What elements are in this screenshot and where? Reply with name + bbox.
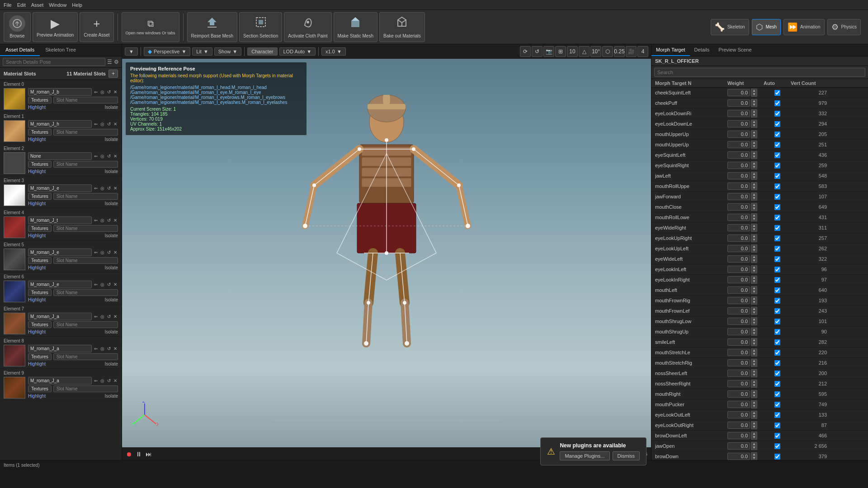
- morph-spin-btns[interactable]: ▲ ▼: [751, 151, 757, 159]
- record-btn[interactable]: ⏺: [126, 450, 132, 458]
- material-nav-btn[interactable]: ⇐: [93, 121, 99, 127]
- material-browse-btn[interactable]: ◎: [99, 217, 105, 223]
- physics-tab-btn[interactable]: ⚙ Physics: [827, 19, 861, 35]
- morph-weight-input[interactable]: [727, 172, 750, 179]
- material-remove-btn[interactable]: ✕: [113, 249, 118, 255]
- isolate-label[interactable]: Isolate: [105, 137, 118, 142]
- spin-down-icon[interactable]: ▼: [752, 446, 756, 450]
- morph-auto-checkbox[interactable]: [774, 412, 780, 418]
- morph-auto-checkbox[interactable]: [774, 391, 780, 397]
- spin-down-icon[interactable]: ▼: [752, 165, 756, 169]
- make-static-mesh-button[interactable]: Make Static Mesh: [334, 12, 377, 42]
- morph-auto-checkbox[interactable]: [774, 246, 780, 252]
- material-reset-btn[interactable]: ↺: [106, 153, 112, 159]
- preview-scene-tab[interactable]: Preview Scene: [714, 44, 756, 56]
- material-browse-btn[interactable]: ◎: [99, 121, 105, 127]
- filter-btn[interactable]: ⚙: [114, 59, 119, 65]
- open-windows-button[interactable]: ⧉ Open new windows Or tabs: [122, 12, 179, 42]
- morph-auto-checkbox[interactable]: [774, 443, 780, 449]
- rotate-icon-btn[interactable]: ↺: [532, 46, 542, 57]
- highlight-label[interactable]: Highlight: [28, 169, 46, 174]
- morph-weight-input[interactable]: [727, 328, 750, 335]
- isolate-label[interactable]: Isolate: [105, 329, 118, 334]
- morph-weight-input[interactable]: [727, 349, 750, 356]
- isolate-label[interactable]: Isolate: [105, 233, 118, 238]
- morph-weight-input[interactable]: [727, 99, 750, 107]
- material-nav-btn[interactable]: ⇐: [93, 89, 99, 95]
- create-asset-button[interactable]: + Create Asset: [80, 12, 113, 42]
- camera-icon-btn[interactable]: 📷: [543, 46, 554, 57]
- morph-weight-input[interactable]: [727, 266, 750, 273]
- morph-spin-btns[interactable]: ▲ ▼: [751, 182, 757, 190]
- isolate-label[interactable]: Isolate: [105, 297, 118, 302]
- morph-auto-checkbox[interactable]: [774, 319, 780, 324]
- dismiss-btn[interactable]: Dismiss: [613, 451, 640, 460]
- textures-btn[interactable]: Textures: [28, 129, 52, 136]
- textures-btn[interactable]: Textures: [28, 161, 52, 168]
- morph-auto-checkbox[interactable]: [774, 142, 780, 148]
- spin-down-icon[interactable]: ▼: [752, 217, 756, 221]
- spin-down-icon[interactable]: ▼: [752, 300, 756, 304]
- spin-down-icon[interactable]: ▼: [752, 124, 756, 127]
- menu-edit[interactable]: Edit: [17, 2, 26, 8]
- morph-auto-checkbox[interactable]: [774, 308, 780, 314]
- spin-down-icon[interactable]: ▼: [752, 93, 756, 96]
- morph-spin-btns[interactable]: ▲ ▼: [751, 130, 757, 138]
- reimport-button[interactable]: Reimport Base Mesh: [187, 12, 237, 42]
- material-remove-btn[interactable]: ✕: [113, 346, 118, 352]
- morph-auto-checkbox[interactable]: [774, 131, 780, 137]
- spin-down-icon[interactable]: ▼: [752, 352, 756, 356]
- cloth-paint-button[interactable]: Activate Cloth Paint: [284, 12, 331, 42]
- viewport-menu-btn[interactable]: ▼: [125, 47, 138, 56]
- morph-weight-input[interactable]: [727, 276, 750, 283]
- material-remove-btn[interactable]: ✕: [113, 185, 118, 191]
- textures-btn[interactable]: Textures: [28, 257, 52, 264]
- morph-auto-checkbox[interactable]: [774, 277, 780, 283]
- morph-weight-input[interactable]: [727, 214, 750, 221]
- morph-spin-btns[interactable]: ▲ ▼: [751, 296, 757, 305]
- morph-target-tab[interactable]: Morph Target: [651, 44, 690, 56]
- morph-weight-input[interactable]: [727, 338, 750, 346]
- spin-down-icon[interactable]: ▼: [752, 290, 756, 294]
- morph-spin-btns[interactable]: ▲ ▼: [751, 89, 757, 97]
- menu-help[interactable]: Help: [72, 2, 82, 8]
- textures-btn[interactable]: Textures: [28, 385, 52, 392]
- morph-spin-btns[interactable]: ▲ ▼: [751, 411, 757, 419]
- morph-weight-input[interactable]: [727, 255, 750, 263]
- morph-auto-checkbox[interactable]: [774, 298, 780, 304]
- material-remove-btn[interactable]: ✕: [113, 282, 118, 287]
- search-input[interactable]: [3, 58, 105, 66]
- morph-weight-input[interactable]: [727, 432, 750, 439]
- spin-down-icon[interactable]: ▼: [752, 404, 756, 408]
- morph-auto-checkbox[interactable]: [774, 225, 780, 231]
- morph-weight-input[interactable]: [727, 422, 750, 429]
- transform-icon-btn[interactable]: ⟳: [520, 46, 531, 57]
- morph-weight-input[interactable]: [727, 307, 750, 314]
- material-browse-btn[interactable]: ◎: [99, 378, 105, 384]
- grid-val-btn[interactable]: 10: [567, 46, 578, 57]
- textures-btn[interactable]: Textures: [28, 225, 52, 232]
- material-nav-btn[interactable]: ⇐: [93, 314, 99, 319]
- morph-auto-checkbox[interactable]: [774, 402, 780, 408]
- morph-weight-input[interactable]: [727, 162, 750, 169]
- spin-down-icon[interactable]: ▼: [752, 134, 756, 138]
- morph-weight-input[interactable]: [727, 203, 750, 211]
- material-browse-btn[interactable]: ◎: [99, 282, 105, 287]
- morph-weight-input[interactable]: [727, 151, 750, 159]
- spin-down-icon[interactable]: ▼: [752, 249, 756, 252]
- morph-weight-input[interactable]: [727, 193, 750, 200]
- material-remove-btn[interactable]: ✕: [113, 121, 118, 127]
- morph-weight-input[interactable]: [727, 442, 750, 450]
- material-nav-btn[interactable]: ⇐: [93, 282, 99, 287]
- morph-auto-checkbox[interactable]: [774, 329, 780, 335]
- morph-weight-input[interactable]: [727, 235, 750, 242]
- camera-speed-btn[interactable]: 🎥: [626, 46, 637, 57]
- spin-down-icon[interactable]: ▼: [752, 394, 756, 398]
- morph-auto-checkbox[interactable]: [774, 371, 780, 376]
- spin-down-icon[interactable]: ▼: [752, 321, 756, 325]
- textures-btn[interactable]: Textures: [28, 97, 52, 103]
- morph-auto-checkbox[interactable]: [774, 204, 780, 210]
- morph-auto-checkbox[interactable]: [774, 287, 780, 293]
- morph-spin-btns[interactable]: ▲ ▼: [751, 109, 757, 117]
- mesh-tab-btn[interactable]: ⬡ Mesh: [752, 19, 781, 35]
